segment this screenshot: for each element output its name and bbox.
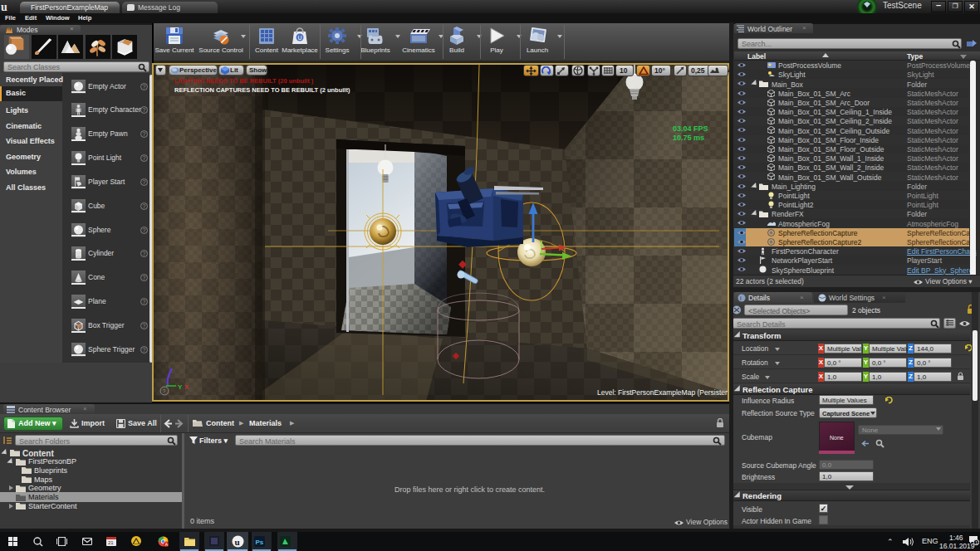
svg-text:1: 1 (975, 540, 978, 545)
svg-text:LIGHTING NEEDS TO BE REBUILT (: LIGHTING NEEDS TO BE REBUILT (20 unbuilt… (174, 77, 314, 85)
svg-text:21: 21 (108, 540, 114, 545)
svg-text:u: u (1, 1, 7, 13)
svg-text:10.75 ms: 10.75 ms (673, 134, 704, 142)
svg-text:u: u (235, 537, 240, 547)
svg-text:Level: FirstPersonExampleMap: Level: FirstPersonExampleMap (Persistent… (597, 388, 729, 397)
svg-text:03.04 FPS: 03.04 FPS (673, 124, 708, 133)
svg-text:REFLECTION CAPTURES NEED TO BE: REFLECTION CAPTURES NEED TO BE REBUILT (… (174, 86, 350, 94)
svg-text:?: ? (163, 388, 166, 394)
svg-text:X: X (184, 383, 189, 391)
svg-text:Y: Y (178, 383, 183, 391)
svg-text:Ps: Ps (256, 539, 264, 546)
svg-text:U: U (297, 35, 301, 41)
